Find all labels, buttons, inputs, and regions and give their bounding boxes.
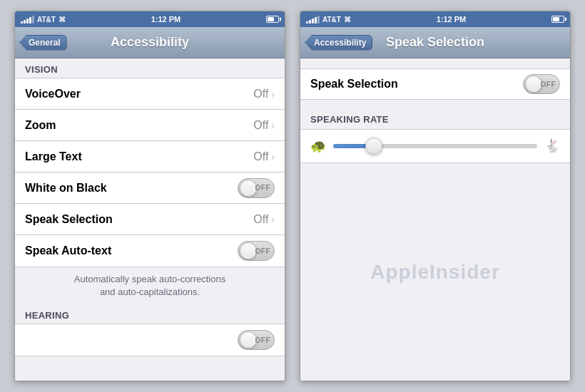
row-zoom[interactable]: Zoom Off › <box>15 110 285 141</box>
row-label-speak-selection: Speak Selection <box>25 213 113 226</box>
nav-title-1: Accessibility <box>111 35 189 50</box>
signal-bar-2-4 <box>315 17 317 24</box>
row-value-voiceover: Off <box>253 88 268 100</box>
slider-track[interactable] <box>333 144 537 148</box>
speaking-rate-section: Speaking Rate 🐢 🐇 <box>300 114 570 163</box>
table-group-hearing: OFF <box>15 324 285 356</box>
nav-bar-2: Accessibility Speak Selection <box>300 27 570 58</box>
signal-bars-2 <box>306 15 320 24</box>
speak-selection-label: Speak Selection <box>310 78 398 91</box>
signal-bar-2-2 <box>309 20 311 24</box>
toggle-hearing-placeholder[interactable]: OFF <box>238 330 275 350</box>
row-voiceover[interactable]: VoiceOver Off › <box>15 78 285 110</box>
carrier-label-1: AT&T <box>37 16 56 24</box>
signal-bar-2 <box>24 20 26 24</box>
toggle-label-hearing: OFF <box>255 336 271 344</box>
back-button-1[interactable]: General <box>19 35 67 51</box>
toggle-speak-autotext[interactable]: OFF <box>238 241 275 261</box>
status-bar-1: AT&T ⌘ 1:12 PM <box>15 11 285 27</box>
row-label-white-on-black: White on Black <box>25 182 107 195</box>
toggle-knob-white-on-black <box>240 180 257 197</box>
toggle-knob-speak-selection-main <box>525 76 542 93</box>
battery-fill-1 <box>268 17 274 21</box>
screenshot-container: AT&T ⌘ 1:12 PM General Accessibility Vis… <box>0 0 585 392</box>
wifi-icon-2: ⌘ <box>344 16 351 24</box>
battery-1 <box>266 16 279 23</box>
time-label-2: 1:12 PM <box>437 15 467 24</box>
wifi-icon-1: ⌘ <box>58 16 66 24</box>
nav-title-2: Speak Selection <box>386 35 484 50</box>
speaking-rate-label: Speaking Rate <box>300 114 570 129</box>
slider-container: 🐢 🐇 <box>300 129 570 163</box>
battery-2 <box>551 16 564 23</box>
row-right-large-text: Off › <box>253 150 275 163</box>
row-right-hearing-placeholder: OFF <box>238 330 275 350</box>
row-label-voiceover: VoiceOver <box>25 88 81 100</box>
row-right-speak-selection: Off › <box>253 213 275 226</box>
row-right-zoom: Off › <box>253 119 275 132</box>
section-header-vision: Vision <box>15 58 285 78</box>
section-header-hearing: Hearing <box>15 304 285 324</box>
slider-thumb[interactable] <box>365 138 382 155</box>
footer-text-1: Automatically speak auto-correctionsand … <box>15 267 285 304</box>
toggle-knob-speak-autotext <box>240 242 257 259</box>
table-group-vision: VoiceOver Off › Zoom Off › Large Text <box>15 78 285 267</box>
signal-bars-1 <box>21 15 34 24</box>
status-bar-2: AT&T ⌘ 1:12 PM <box>300 11 570 27</box>
chevron-large-text: › <box>271 151 275 163</box>
row-right-voiceover: Off › <box>253 88 275 100</box>
row-hearing-placeholder[interactable]: OFF <box>15 324 285 356</box>
toggle-white-on-black[interactable]: OFF <box>238 178 275 198</box>
row-label-large-text: Large Text <box>25 150 82 163</box>
content-area-2: Speak Selection OFF Speaking Rate 🐢 🐇 <box>300 58 570 381</box>
watermark: AppleInsider <box>300 163 570 381</box>
phone-panel-speak-selection: AT&T ⌘ 1:12 PM Accessibility Speak Selec… <box>300 11 571 381</box>
content-area-1: Vision VoiceOver Off › Zoom Off › <box>15 58 285 381</box>
row-value-zoom: Off <box>253 119 268 132</box>
toggle-knob-hearing <box>240 331 257 349</box>
battery-fill-2 <box>553 17 559 21</box>
row-value-speak-selection: Off <box>253 213 268 226</box>
signal-bar-5 <box>32 16 34 24</box>
signal-bar-2-5 <box>317 16 320 24</box>
signal-bar-3 <box>26 19 29 24</box>
chevron-voiceover: › <box>271 88 275 100</box>
signal-bar-2-3 <box>312 19 314 24</box>
rabbit-icon: 🐇 <box>544 138 560 154</box>
row-label-speak-autotext: Speak Auto-text <box>25 244 111 257</box>
status-bar-left-1: AT&T ⌘ <box>21 15 66 24</box>
row-speak-autotext[interactable]: Speak Auto-text OFF <box>15 235 285 267</box>
row-label-zoom: Zoom <box>25 119 56 132</box>
row-right-speak-autotext: OFF <box>238 241 275 261</box>
toggle-label-white-on-black: OFF <box>255 184 271 192</box>
speak-selection-toggle-row[interactable]: Speak Selection OFF <box>300 68 570 100</box>
status-bar-right-1 <box>266 16 279 23</box>
phone-panel-accessibility: AT&T ⌘ 1:12 PM General Accessibility Vis… <box>14 11 285 381</box>
row-speak-selection[interactable]: Speak Selection Off › <box>15 204 285 235</box>
chevron-speak-selection: › <box>271 214 275 225</box>
chevron-zoom: › <box>271 120 275 131</box>
toggle-speak-selection-main[interactable]: OFF <box>523 74 560 94</box>
nav-bar-1: General Accessibility <box>15 27 285 58</box>
carrier-label-2: AT&T <box>322 16 341 24</box>
status-bar-left-2: AT&T ⌘ <box>306 15 351 24</box>
signal-bar-4 <box>29 17 31 24</box>
status-bar-right-2 <box>551 16 564 23</box>
time-label-1: 1:12 PM <box>151 15 181 24</box>
row-right-white-on-black: OFF <box>238 178 275 198</box>
turtle-icon: 🐢 <box>310 138 326 154</box>
row-value-large-text: Off <box>253 150 268 163</box>
back-button-2[interactable]: Accessibility <box>305 35 372 51</box>
row-large-text[interactable]: Large Text Off › <box>15 141 285 172</box>
toggle-label-speak-autotext: OFF <box>255 247 271 255</box>
signal-bar-2-1 <box>306 21 308 24</box>
signal-bar-1 <box>21 21 23 24</box>
row-white-on-black[interactable]: White on Black OFF <box>15 172 285 204</box>
toggle-label-speak-selection-main: OFF <box>541 81 556 88</box>
